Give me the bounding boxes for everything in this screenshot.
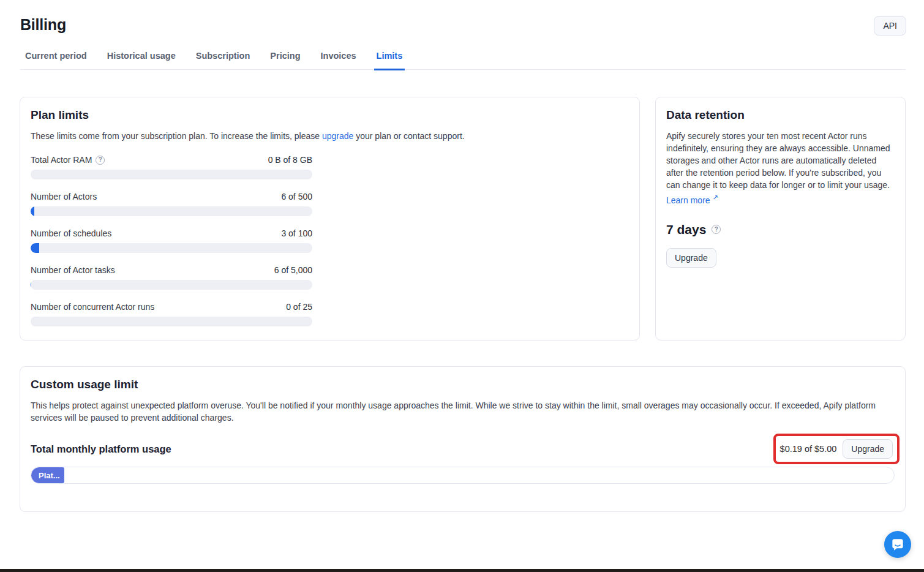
page-title: Billing — [20, 16, 906, 34]
plan-limits-desc-text-after: your plan or contact support. — [353, 131, 464, 141]
help-icon[interactable]: ? — [712, 225, 721, 234]
plan-limits-list: Total Actor RAM ? 0 B of 8 GB Number of … — [31, 155, 312, 326]
upgrade-link[interactable]: upgrade — [322, 131, 353, 141]
progress-track — [31, 280, 312, 290]
help-icon[interactable]: ? — [96, 156, 105, 165]
progress-fill — [31, 206, 34, 216]
plan-limits-card: Plan limits These limits come from your … — [20, 97, 640, 341]
tab-pricing[interactable]: Pricing — [268, 51, 302, 70]
limit-row-concurrent-actor-runs: Number of concurrent Actor runs 0 of 25 — [31, 302, 312, 326]
usage-upgrade-button[interactable]: Upgrade — [843, 439, 893, 459]
limit-value: 6 of 5,000 — [274, 265, 312, 275]
usage-bar-track: Plat... — [31, 467, 895, 484]
usage-value: $0.19 of $5.00 — [780, 444, 837, 454]
data-retention-description: Apify securely stores your ten most rece… — [666, 130, 895, 206]
tab-subscription[interactable]: Subscription — [193, 51, 253, 70]
custom-usage-limit-card: Custom usage limit This helps protect ag… — [20, 366, 906, 512]
usage-bar-segment: Plat... — [31, 467, 64, 483]
limit-label: Number of schedules — [31, 228, 111, 238]
learn-more-label: Learn more — [666, 195, 710, 205]
plan-limits-desc-text: These limits come from your subscription… — [31, 131, 322, 141]
progress-fill — [31, 280, 31, 290]
annotation-highlight: $0.19 of $5.00 Upgrade — [773, 434, 900, 464]
retention-period: 7 days ? — [666, 222, 895, 237]
limit-label: Total Actor RAM — [31, 155, 92, 165]
learn-more-link[interactable]: Learn more ↗ — [666, 195, 718, 205]
limit-row-number-of-actors: Number of Actors 6 of 500 — [31, 192, 312, 216]
usage-segment-label: Plat... — [39, 471, 60, 480]
usage-summary-row: Total monthly platform usage $0.19 of $5… — [31, 434, 895, 464]
chat-bubble-icon — [891, 538, 904, 551]
limit-value: 6 of 500 — [281, 192, 312, 201]
tab-limits[interactable]: Limits — [374, 51, 405, 70]
data-retention-card: Data retention Apify securely stores you… — [655, 97, 906, 341]
limit-label: Number of concurrent Actor runs — [31, 302, 154, 312]
page-header: Billing API — [0, 0, 924, 34]
limit-value: 3 of 100 — [281, 228, 312, 238]
retention-upgrade-button[interactable]: Upgrade — [666, 248, 716, 268]
progress-track — [31, 317, 312, 326]
plan-limits-description: These limits come from your subscription… — [31, 130, 629, 142]
limit-row-total-actor-ram: Total Actor RAM ? 0 B of 8 GB — [31, 155, 312, 179]
custom-usage-limit-description: This helps protect against unexpected pl… — [31, 399, 885, 424]
limit-label: Number of Actor tasks — [31, 265, 115, 275]
progress-fill — [31, 243, 39, 253]
limit-row-number-of-actor-tasks: Number of Actor tasks 6 of 5,000 — [31, 265, 312, 290]
progress-track — [31, 206, 312, 216]
progress-track — [31, 170, 312, 179]
tab-historical-usage[interactable]: Historical usage — [105, 51, 178, 70]
data-retention-desc-text: Apify securely stores your ten most rece… — [666, 131, 890, 190]
retention-period-value: 7 days — [666, 222, 706, 237]
plan-limits-title: Plan limits — [31, 108, 629, 122]
external-link-icon: ↗ — [712, 194, 718, 201]
usage-label: Total monthly platform usage — [31, 443, 171, 455]
billing-tabs: Current period Historical usage Subscrip… — [20, 51, 906, 70]
limit-value: 0 B of 8 GB — [268, 155, 312, 165]
limit-label: Number of Actors — [31, 192, 97, 201]
tab-invoices[interactable]: Invoices — [318, 51, 359, 70]
tab-current-period[interactable]: Current period — [23, 51, 89, 70]
data-retention-title: Data retention — [666, 108, 895, 122]
screen-edge-bar — [0, 569, 924, 572]
custom-usage-limit-title: Custom usage limit — [31, 378, 895, 391]
limit-value: 0 of 25 — [286, 302, 312, 312]
limit-row-number-of-schedules: Number of schedules 3 of 100 — [31, 228, 312, 253]
chat-widget-button[interactable] — [884, 531, 911, 558]
progress-track — [31, 243, 312, 253]
api-button[interactable]: API — [874, 16, 906, 36]
